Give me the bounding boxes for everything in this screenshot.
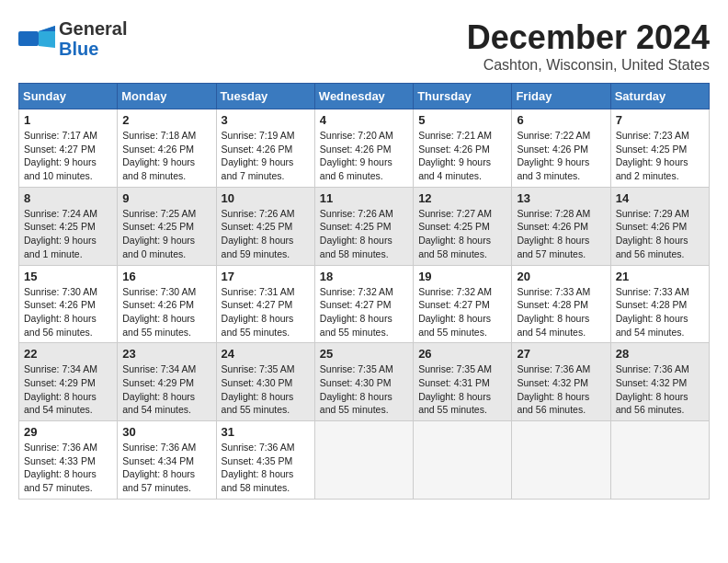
calendar-cell: 17Sunrise: 7:31 AM Sunset: 4:27 PM Dayli…: [216, 265, 314, 343]
calendar-cell: 1Sunrise: 7:17 AM Sunset: 4:27 PM Daylig…: [19, 109, 118, 188]
day-info: Sunrise: 7:25 AM Sunset: 4:25 PM Dayligh…: [122, 207, 210, 261]
calendar-cell: 18Sunrise: 7:32 AM Sunset: 4:27 PM Dayli…: [314, 265, 413, 343]
logo-subname: Blue: [59, 39, 127, 59]
day-header-monday: Monday: [118, 84, 216, 109]
day-header-saturday: Saturday: [610, 84, 709, 109]
day-number: 10: [222, 191, 310, 205]
calendar-week-1: 1Sunrise: 7:17 AM Sunset: 4:27 PM Daylig…: [19, 109, 710, 188]
day-info: Sunrise: 7:35 AM Sunset: 4:30 PM Dayligh…: [320, 362, 408, 417]
location: Cashton, Wisconsin, United States: [467, 57, 710, 74]
day-number: 9: [122, 191, 210, 205]
day-number: 20: [517, 270, 605, 283]
calendar-cell: 25Sunrise: 7:35 AM Sunset: 4:30 PM Dayli…: [314, 343, 413, 421]
day-number: 21: [616, 270, 704, 283]
day-info: Sunrise: 7:17 AM Sunset: 4:27 PM Dayligh…: [24, 129, 112, 183]
calendar-cell: 27Sunrise: 7:36 AM Sunset: 4:32 PM Dayli…: [512, 343, 610, 421]
day-number: 1: [24, 113, 112, 127]
calendar-cell: 5Sunrise: 7:21 AM Sunset: 4:26 PM Daylig…: [414, 109, 512, 188]
calendar-cell: 19Sunrise: 7:32 AM Sunset: 4:27 PM Dayli…: [414, 265, 512, 343]
day-info: Sunrise: 7:36 AM Sunset: 4:32 PM Dayligh…: [517, 362, 605, 417]
calendar-cell: 2Sunrise: 7:18 AM Sunset: 4:26 PM Daylig…: [118, 109, 216, 188]
day-number: 18: [320, 270, 408, 283]
calendar-cell: 29Sunrise: 7:36 AM Sunset: 4:33 PM Dayli…: [19, 421, 118, 500]
day-number: 3: [222, 113, 310, 127]
calendar-cell: 21Sunrise: 7:33 AM Sunset: 4:28 PM Dayli…: [610, 265, 709, 343]
day-number: 30: [122, 425, 210, 439]
day-number: 23: [122, 347, 210, 361]
calendar-cell: [414, 421, 512, 500]
day-info: Sunrise: 7:33 AM Sunset: 4:28 PM Dayligh…: [517, 285, 605, 339]
calendar-cell: 13Sunrise: 7:28 AM Sunset: 4:26 PM Dayli…: [512, 187, 610, 265]
title-block: December 2024 Cashton, Wisconsin, United…: [467, 18, 710, 74]
day-number: 5: [418, 113, 506, 127]
calendar-week-3: 15Sunrise: 7:30 AM Sunset: 4:26 PM Dayli…: [19, 265, 710, 343]
month-title: December 2024: [467, 18, 710, 57]
calendar-cell: 30Sunrise: 7:36 AM Sunset: 4:34 PM Dayli…: [118, 421, 216, 500]
calendar-cell: 24Sunrise: 7:35 AM Sunset: 4:30 PM Dayli…: [216, 343, 314, 421]
day-number: 8: [24, 191, 112, 205]
day-number: 28: [616, 347, 704, 361]
day-number: 6: [517, 113, 605, 127]
logo-icon: [18, 24, 55, 53]
day-info: Sunrise: 7:36 AM Sunset: 4:35 PM Dayligh…: [222, 441, 310, 495]
calendar-cell: 20Sunrise: 7:33 AM Sunset: 4:28 PM Dayli…: [512, 265, 610, 343]
calendar-cell: [314, 421, 413, 500]
calendar-cell: [610, 421, 709, 500]
day-number: 13: [517, 191, 605, 205]
day-header-friday: Friday: [512, 84, 610, 109]
page-header: General Blue December 2024 Cashton, Wisc…: [18, 18, 710, 74]
calendar-cell: 14Sunrise: 7:29 AM Sunset: 4:26 PM Dayli…: [610, 187, 709, 265]
calendar-week-2: 8Sunrise: 7:24 AM Sunset: 4:25 PM Daylig…: [19, 187, 710, 265]
day-info: Sunrise: 7:36 AM Sunset: 4:34 PM Dayligh…: [122, 441, 210, 495]
day-info: Sunrise: 7:35 AM Sunset: 4:31 PM Dayligh…: [418, 362, 506, 417]
day-number: 26: [418, 347, 506, 361]
calendar-cell: 7Sunrise: 7:23 AM Sunset: 4:25 PM Daylig…: [610, 109, 709, 188]
day-number: 12: [418, 191, 506, 205]
day-info: Sunrise: 7:20 AM Sunset: 4:26 PM Dayligh…: [320, 129, 408, 183]
calendar-cell: 12Sunrise: 7:27 AM Sunset: 4:25 PM Dayli…: [414, 187, 512, 265]
day-header-wednesday: Wednesday: [314, 84, 413, 109]
days-header-row: SundayMondayTuesdayWednesdayThursdayFrid…: [19, 84, 710, 109]
day-info: Sunrise: 7:35 AM Sunset: 4:30 PM Dayligh…: [222, 362, 310, 417]
day-number: 25: [320, 347, 408, 361]
day-info: Sunrise: 7:30 AM Sunset: 4:26 PM Dayligh…: [122, 285, 210, 339]
day-number: 24: [222, 347, 310, 361]
calendar-cell: 15Sunrise: 7:30 AM Sunset: 4:26 PM Dayli…: [19, 265, 118, 343]
day-info: Sunrise: 7:26 AM Sunset: 4:25 PM Dayligh…: [320, 207, 408, 261]
day-number: 14: [616, 191, 704, 205]
day-number: 22: [24, 347, 112, 361]
calendar-week-5: 29Sunrise: 7:36 AM Sunset: 4:33 PM Dayli…: [19, 421, 710, 500]
calendar-cell: 10Sunrise: 7:26 AM Sunset: 4:25 PM Dayli…: [216, 187, 314, 265]
calendar-cell: 6Sunrise: 7:22 AM Sunset: 4:26 PM Daylig…: [512, 109, 610, 188]
calendar-cell: 26Sunrise: 7:35 AM Sunset: 4:31 PM Dayli…: [414, 343, 512, 421]
calendar-table: SundayMondayTuesdayWednesdayThursdayFrid…: [18, 83, 710, 500]
calendar-cell: 16Sunrise: 7:30 AM Sunset: 4:26 PM Dayli…: [118, 265, 216, 343]
day-info: Sunrise: 7:31 AM Sunset: 4:27 PM Dayligh…: [222, 285, 310, 339]
day-info: Sunrise: 7:29 AM Sunset: 4:26 PM Dayligh…: [616, 207, 704, 261]
day-number: 2: [122, 113, 210, 127]
day-info: Sunrise: 7:36 AM Sunset: 4:32 PM Dayligh…: [616, 362, 704, 417]
logo-name: General: [59, 18, 127, 39]
svg-rect-0: [18, 31, 39, 46]
day-info: Sunrise: 7:22 AM Sunset: 4:26 PM Dayligh…: [517, 129, 605, 183]
calendar-cell: 28Sunrise: 7:36 AM Sunset: 4:32 PM Dayli…: [610, 343, 709, 421]
calendar-cell: 9Sunrise: 7:25 AM Sunset: 4:25 PM Daylig…: [118, 187, 216, 265]
day-number: 17: [222, 270, 310, 283]
day-header-sunday: Sunday: [19, 84, 118, 109]
day-number: 11: [320, 191, 408, 205]
day-info: Sunrise: 7:36 AM Sunset: 4:33 PM Dayligh…: [24, 441, 112, 495]
day-info: Sunrise: 7:33 AM Sunset: 4:28 PM Dayligh…: [616, 285, 704, 339]
calendar-cell: 4Sunrise: 7:20 AM Sunset: 4:26 PM Daylig…: [314, 109, 413, 188]
calendar-cell: 22Sunrise: 7:34 AM Sunset: 4:29 PM Dayli…: [19, 343, 118, 421]
day-number: 31: [222, 425, 310, 439]
day-info: Sunrise: 7:23 AM Sunset: 4:25 PM Dayligh…: [616, 129, 704, 183]
calendar-cell: [512, 421, 610, 500]
day-header-thursday: Thursday: [414, 84, 512, 109]
day-info: Sunrise: 7:28 AM Sunset: 4:26 PM Dayligh…: [517, 207, 605, 261]
day-info: Sunrise: 7:19 AM Sunset: 4:26 PM Dayligh…: [222, 129, 310, 183]
calendar-week-4: 22Sunrise: 7:34 AM Sunset: 4:29 PM Dayli…: [19, 343, 710, 421]
day-info: Sunrise: 7:30 AM Sunset: 4:26 PM Dayligh…: [24, 285, 112, 339]
day-info: Sunrise: 7:18 AM Sunset: 4:26 PM Dayligh…: [122, 129, 210, 183]
svg-marker-2: [39, 26, 55, 31]
day-info: Sunrise: 7:34 AM Sunset: 4:29 PM Dayligh…: [24, 362, 112, 417]
